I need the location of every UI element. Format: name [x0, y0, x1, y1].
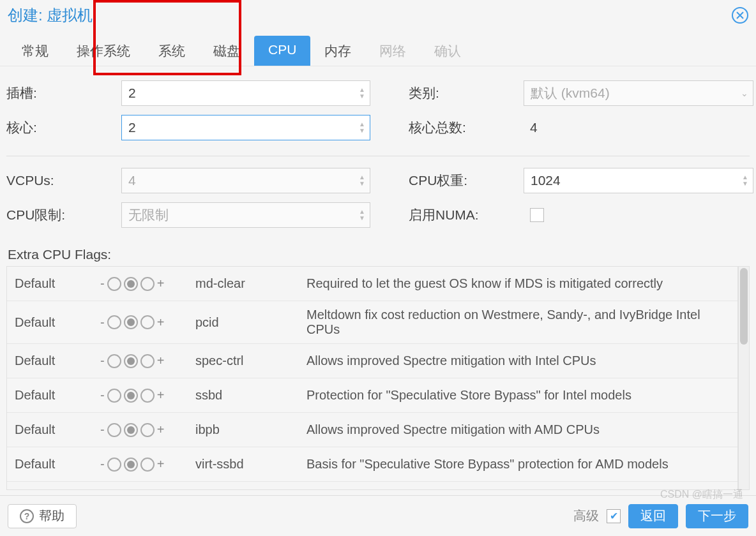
- flag-desc: Meltdown fix cost reduction on Westmere,…: [306, 308, 730, 337]
- title-subject: 虚拟机: [47, 6, 93, 24]
- close-icon: [736, 11, 745, 20]
- flags-title: Extra CPU Flags:: [8, 247, 750, 262]
- tab-general[interactable]: 常规: [8, 36, 63, 66]
- scroll-thumb[interactable]: [740, 268, 748, 345]
- cpulimit-input[interactable]: 无限制: [121, 202, 370, 228]
- flag-state: Default: [15, 315, 98, 330]
- chevron-down-icon: ⌄: [741, 91, 748, 96]
- flag-name: md-clear: [195, 276, 304, 291]
- numa-checkbox[interactable]: [530, 208, 544, 222]
- dialog-title: 创建: 虚拟机: [8, 5, 93, 26]
- flag-state: Default: [15, 276, 98, 291]
- totalcores-label: 核心总数:: [409, 119, 524, 137]
- divider: [6, 156, 750, 156]
- spinner-arrows-icon[interactable]: ▲▼: [359, 122, 365, 133]
- cores-input[interactable]: 2: [121, 115, 370, 140]
- flag-tristate[interactable]: - +: [100, 315, 193, 330]
- flag-state: Default: [15, 354, 98, 368]
- sockets-field[interactable]: 2 ▲▼: [121, 80, 370, 106]
- cores-label: 核心:: [6, 119, 121, 137]
- vcpus-field[interactable]: 4 ▲▼: [121, 168, 370, 193]
- spinner-arrows-icon[interactable]: ▲▼: [359, 175, 365, 186]
- flag-tristate[interactable]: - +: [100, 457, 193, 472]
- flag-state: Default: [15, 457, 98, 472]
- type-select[interactable]: 默认 (kvm64): [524, 80, 753, 106]
- flag-tristate[interactable]: - +: [100, 422, 193, 437]
- tab-disk[interactable]: 磁盘: [199, 36, 254, 66]
- cpu-form-top: 插槽: 2 ▲▼ 类别: 默认 (kvm64) ⌄ 核心: 2 ▲▼ 核心总数:…: [6, 80, 750, 140]
- flag-state: Default: [15, 422, 98, 437]
- cpulimit-field[interactable]: 无限制 ▲▼: [121, 202, 370, 228]
- flag-desc: Basis for "Speculative Store Bypass" pro…: [306, 457, 730, 472]
- tab-system[interactable]: 系统: [144, 36, 199, 66]
- totalcores-value: 4: [524, 120, 753, 135]
- vcpus-input[interactable]: 4: [121, 168, 370, 193]
- flag-tristate[interactable]: - +: [100, 388, 193, 403]
- vcpus-label: VCPUs:: [6, 173, 121, 188]
- flag-row: Default - + ibpb Allows improved Spectre…: [7, 413, 737, 447]
- flag-desc: Allows improved Spectre mitigation with …: [306, 354, 730, 368]
- advanced-label: 高级: [573, 507, 599, 525]
- next-button[interactable]: 下一步: [686, 504, 748, 528]
- flag-row: Default - + spec-ctrl Allows improved Sp…: [7, 344, 737, 378]
- sockets-input[interactable]: 2: [121, 80, 370, 106]
- numa-label: 启用NUMA:: [409, 206, 524, 224]
- flag-row: Default - + ssbd Protection for "Specula…: [7, 378, 737, 413]
- flag-tristate[interactable]: - +: [100, 354, 193, 368]
- help-icon: ?: [20, 509, 34, 523]
- tab-confirm: 确认: [420, 36, 475, 66]
- cpuweight-input[interactable]: 1024: [524, 168, 753, 193]
- type-label: 类别:: [409, 84, 524, 102]
- flag-name: ibpb: [195, 422, 304, 437]
- flag-row: Default - + pcid Meltdown fix cost reduc…: [7, 301, 737, 344]
- flag-row: Default - + md-clear Required to let the…: [7, 267, 737, 301]
- type-field[interactable]: 默认 (kvm64) ⌄: [524, 80, 753, 106]
- flags-scrollbar[interactable]: [738, 266, 750, 490]
- spinner-arrows-icon[interactable]: ▲▼: [359, 87, 365, 99]
- dialog: 创建: 虚拟机 常规 操作系统 系统 磁盘 CPU 内存 网络 确认 插槽: 2…: [0, 0, 756, 536]
- help-button[interactable]: ? 帮助: [8, 504, 77, 528]
- tab-cpu[interactable]: CPU: [254, 36, 310, 66]
- flag-row: Default - + virt-ssbd Basis for "Specula…: [7, 447, 737, 482]
- wizard-tabs: 常规 操作系统 系统 磁盘 CPU 内存 网络 确认: [0, 31, 756, 66]
- flag-desc: Required to let the guest OS know if MDS…: [306, 276, 730, 291]
- close-button[interactable]: [732, 7, 748, 24]
- flag-name: virt-ssbd: [195, 457, 304, 472]
- back-button[interactable]: 返回: [628, 504, 678, 528]
- cpuweight-field[interactable]: 1024 ▲▼: [524, 168, 753, 193]
- flag-desc: Allows improved Spectre mitigation with …: [306, 422, 730, 437]
- highlight-box: [93, 66, 241, 75]
- help-label: 帮助: [39, 507, 64, 525]
- flag-tristate[interactable]: - +: [100, 276, 193, 291]
- flag-name: ssbd: [195, 388, 304, 403]
- flags-table: Default - + md-clear Required to let the…: [6, 266, 738, 490]
- cpu-form-bottom: VCPUs: 4 ▲▼ CPU权重: 1024 ▲▼ CPU限制: 无限制 ▲▼…: [6, 168, 750, 228]
- footer-right: 高级 ✔ 返回 下一步: [573, 504, 748, 528]
- footer: ? 帮助 高级 ✔ 返回 下一步: [0, 495, 756, 536]
- tab-memory[interactable]: 内存: [310, 36, 365, 66]
- cores-field[interactable]: 2 ▲▼: [121, 115, 370, 140]
- flag-name: pcid: [195, 315, 304, 330]
- content: 插槽: 2 ▲▼ 类别: 默认 (kvm64) ⌄ 核心: 2 ▲▼ 核心总数:…: [0, 66, 756, 495]
- flag-name: spec-ctrl: [195, 354, 304, 368]
- title-prefix: 创建:: [8, 6, 43, 24]
- flag-desc: Protection for "Speculative Store Bypass…: [306, 388, 730, 403]
- cpuweight-label: CPU权重:: [409, 172, 524, 190]
- spinner-arrows-icon[interactable]: ▲▼: [359, 209, 365, 221]
- advanced-checkbox[interactable]: ✔: [607, 509, 621, 523]
- flag-state: Default: [15, 388, 98, 403]
- sockets-label: 插槽:: [6, 84, 121, 102]
- tab-os[interactable]: 操作系统: [63, 36, 144, 66]
- titlebar: 创建: 虚拟机: [0, 0, 756, 31]
- tab-network: 网络: [365, 36, 420, 66]
- flags-panel: Default - + md-clear Required to let the…: [6, 266, 750, 490]
- cpulimit-label: CPU限制:: [6, 206, 121, 224]
- spinner-arrows-icon[interactable]: ▲▼: [742, 175, 748, 186]
